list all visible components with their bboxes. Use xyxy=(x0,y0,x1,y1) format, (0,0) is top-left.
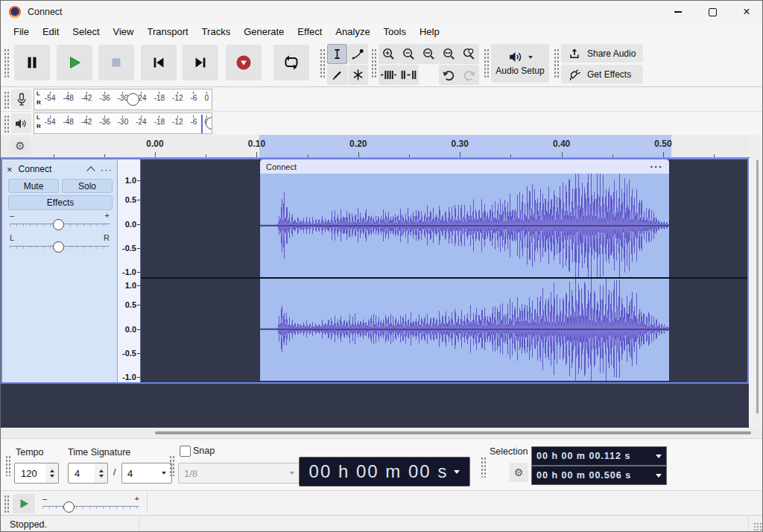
timeline-tick-label: 0.10 xyxy=(248,139,265,149)
window-resize-grip[interactable] xyxy=(753,522,762,531)
vertical-scale-ruler[interactable]: 1.00.50.0-0.5-1.01.00.50.0-0.5-1.0 xyxy=(118,159,141,382)
play-button[interactable] xyxy=(57,45,92,80)
playback-meter-grip[interactable] xyxy=(4,115,9,133)
vertical-scrollbar[interactable] xyxy=(750,135,763,428)
menu-item-analyze[interactable]: Analyze xyxy=(329,25,376,39)
fit-project-button[interactable] xyxy=(439,44,459,64)
audio-setup-toolbar-grip[interactable] xyxy=(484,48,489,78)
menu-item-transport[interactable]: Transport xyxy=(140,25,194,39)
recording-meter-grip[interactable] xyxy=(4,91,9,109)
snap-mode-dropdown[interactable]: 1/8 xyxy=(178,463,300,484)
play-at-speed-button[interactable] xyxy=(13,494,35,513)
get-effects-button[interactable]: Get Effects xyxy=(561,65,643,83)
recording-meter[interactable]: LR -54-48-42-36-30-24-18-12-60 xyxy=(34,89,212,110)
audio-position-display[interactable]: 00 h 00 m 00 s xyxy=(299,457,470,487)
menu-item-select[interactable]: Select xyxy=(66,25,106,39)
tempo-spinner[interactable] xyxy=(45,463,59,484)
transport-toolbar-grip[interactable] xyxy=(4,48,9,78)
zoom-toggle-button[interactable] xyxy=(459,44,479,64)
tools-toolbar-grip[interactable] xyxy=(320,48,325,78)
skip-to-start-button[interactable] xyxy=(141,45,177,80)
share-audio-button[interactable]: Share Audio xyxy=(561,44,643,63)
selection-start-field[interactable]: 00 h 00 m 00.112 s xyxy=(531,446,667,466)
trim-audio-button[interactable] xyxy=(379,65,399,85)
timeline-minor-tick xyxy=(714,154,715,157)
vertical-scale-label: -1.0 xyxy=(122,373,136,381)
undo-button[interactable] xyxy=(439,65,459,85)
skip-to-end-button[interactable] xyxy=(183,45,218,80)
waveform-channel-left[interactable] xyxy=(260,174,669,277)
playback-meter[interactable]: LR -54-48-42-36-30-24-18-12-60 xyxy=(34,113,212,134)
menu-item-edit[interactable]: Edit xyxy=(36,25,66,39)
close-button[interactable]: × xyxy=(729,1,763,23)
time-toolbar-grip[interactable] xyxy=(5,455,10,476)
track-collapse-icon[interactable] xyxy=(86,166,95,174)
horizontal-scrollbar-thumb[interactable] xyxy=(155,431,751,434)
timeline-ruler[interactable]: ⚙ 0.000.100.200.300.400.50 xyxy=(1,135,750,158)
minimize-button[interactable] xyxy=(661,1,695,23)
snap-checkbox[interactable] xyxy=(180,446,191,457)
note-value-dropdown[interactable]: 4 xyxy=(121,463,172,484)
speed-slider-thumb[interactable] xyxy=(63,501,75,513)
draw-tool-button[interactable] xyxy=(327,65,347,85)
microphone-button[interactable] xyxy=(11,89,31,110)
zoom-in-button[interactable] xyxy=(379,44,399,64)
horizontal-scrollbar[interactable] xyxy=(1,428,763,438)
menu-item-generate[interactable]: Generate xyxy=(237,25,291,39)
selection-tool-button[interactable] xyxy=(327,44,347,64)
snap-toolbar-grip[interactable] xyxy=(169,455,174,476)
playback-volume-slider[interactable] xyxy=(206,117,212,130)
selection-end-field[interactable]: 00 h 00 m 00.506 s xyxy=(531,466,667,485)
gain-slider-thumb[interactable] xyxy=(53,219,64,230)
pause-button[interactable] xyxy=(14,45,50,80)
zoom-out-icon xyxy=(402,47,416,61)
effects-button[interactable]: Effects xyxy=(8,195,113,210)
time-format-caret-icon[interactable] xyxy=(454,470,460,474)
track-menu-button[interactable]: ··· xyxy=(101,164,113,175)
loop-button[interactable] xyxy=(273,45,309,80)
track-close-button[interactable]: × xyxy=(7,164,13,175)
menu-item-tools[interactable]: Tools xyxy=(377,25,413,39)
selection-end-caret-icon[interactable] xyxy=(656,474,662,478)
beats-spinner[interactable] xyxy=(95,463,108,484)
mute-button[interactable]: Mute xyxy=(8,179,59,193)
menu-item-view[interactable]: View xyxy=(107,25,141,39)
speed-toolbar-grip[interactable] xyxy=(4,495,9,513)
clip-header[interactable]: Connect ··· xyxy=(260,159,669,174)
playback-speaker-button[interactable] xyxy=(11,113,31,133)
track-control-panel[interactable]: × Connect ··· Mute Solo Effects – + L R xyxy=(2,159,118,382)
envelope-tool-button[interactable] xyxy=(348,44,368,64)
zoom-out-button[interactable] xyxy=(399,44,419,64)
selection-start-caret-icon[interactable] xyxy=(656,455,662,458)
pan-slider[interactable]: L R xyxy=(10,240,110,252)
share-toolbar-grip[interactable] xyxy=(554,48,559,78)
audio-setup-button[interactable]: Audio Setup xyxy=(491,44,549,83)
waveform-channel-right[interactable] xyxy=(260,277,669,381)
gain-slider[interactable]: – + xyxy=(10,218,110,229)
menu-item-tracks[interactable]: Tracks xyxy=(195,25,238,39)
vertical-scrollbar-thumb[interactable] xyxy=(756,160,759,414)
maximize-button[interactable] xyxy=(695,1,729,23)
silence-audio-button[interactable] xyxy=(399,65,419,85)
track-waveform-area[interactable]: Connect ··· xyxy=(141,159,747,382)
solo-button[interactable]: Solo xyxy=(62,179,113,193)
clip-menu-button[interactable]: ··· xyxy=(650,161,664,172)
vertical-scale-label: 1.0 xyxy=(125,281,136,290)
selection-toolbar-grip[interactable] xyxy=(481,457,486,478)
menu-item-effect[interactable]: Effect xyxy=(291,25,329,39)
fit-selection-button[interactable] xyxy=(419,44,439,64)
menu-item-help[interactable]: Help xyxy=(413,25,446,39)
record-button[interactable] xyxy=(226,45,262,80)
track-name[interactable]: Connect xyxy=(19,164,52,174)
stop-button[interactable] xyxy=(98,45,134,80)
playback-speed-slider[interactable]: – + xyxy=(42,500,139,512)
edit-toolbar-grip[interactable] xyxy=(371,48,376,78)
audio-clip[interactable]: Connect ··· xyxy=(260,159,669,382)
menu-item-file[interactable]: File xyxy=(7,25,36,39)
recording-volume-slider[interactable] xyxy=(127,93,139,106)
redo-button[interactable] xyxy=(459,65,479,85)
selection-options-button[interactable]: ⚙ xyxy=(509,463,528,482)
multi-tool-button[interactable] xyxy=(348,65,368,85)
timeline-options-button[interactable]: ⚙ xyxy=(10,137,31,155)
pan-slider-thumb[interactable] xyxy=(53,241,64,253)
